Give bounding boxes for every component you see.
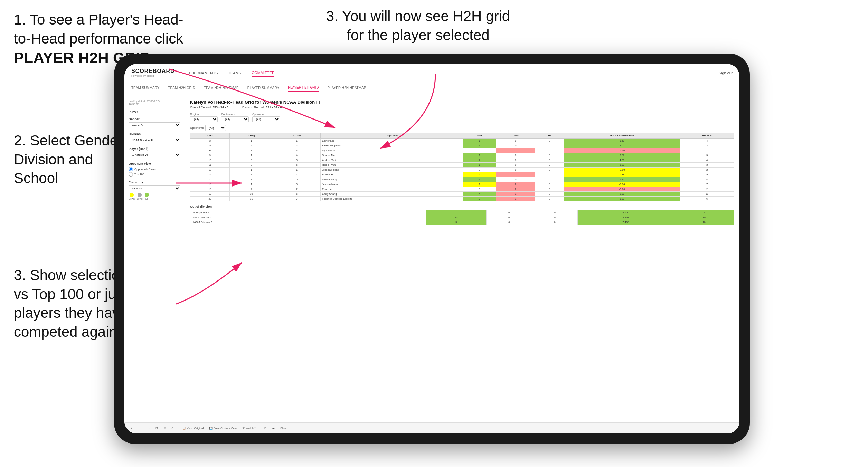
- radio-opponents-input[interactable]: [129, 167, 133, 171]
- cell-diff: -5.00: [564, 187, 680, 192]
- toolbar-share[interactable]: Share: [279, 426, 289, 430]
- colour-down: Down: [129, 193, 135, 200]
- sub-nav: TEAM SUMMARY TEAM H2H GRID TEAM H2H HEAT…: [124, 82, 739, 94]
- filter-opponent: Opponent (All): [252, 113, 280, 122]
- cell-reg: 2: [230, 187, 273, 192]
- filter-row: Region (All) Conference (All) Opponent: [190, 113, 734, 122]
- step3-bottom-line4: competed against: [14, 324, 129, 340]
- radio-top100-input[interactable]: [129, 172, 133, 177]
- out-diff: 4.500: [578, 210, 674, 215]
- main-content: Last Updated: 27/03/2024 16:55:38 Player…: [124, 94, 739, 433]
- cell-conf: 1: [273, 168, 320, 172]
- out-table-row: NAIA Division 1 15 0 0 9.267 30: [190, 215, 734, 220]
- cell-tie: 0: [535, 143, 564, 148]
- overall-record-value: 353 - 34 - 6: [213, 106, 228, 109]
- opponents-select[interactable]: (All): [205, 125, 226, 131]
- cell-win: 0: [463, 148, 496, 153]
- col-diff: Diff Av Strokes/Rnd: [564, 133, 680, 139]
- toolbar-export[interactable]: ⊡: [263, 426, 268, 430]
- radio-top100[interactable]: Top 100: [129, 172, 180, 177]
- cell-tie: 0: [535, 163, 564, 168]
- division-select[interactable]: NCAA Division III: [129, 137, 180, 143]
- toolbar-grid[interactable]: ⊞: [154, 426, 159, 430]
- nav-item-committee[interactable]: COMMITTEE: [252, 69, 274, 77]
- sidebar-division-section: Division NCAA Division III: [129, 132, 180, 143]
- nav-bar: SCOREBOARD Powered by clippd TOURNAMENTS…: [124, 64, 739, 82]
- toolbar-watch[interactable]: 👁 Watch ▾: [241, 426, 257, 430]
- out-table-row: Foreign Team 1 0 0 4.500 2: [190, 210, 734, 215]
- opponents-row: Opponents: (All): [190, 125, 734, 131]
- col-loss: Loss: [496, 133, 535, 139]
- nav-item-tournaments[interactable]: TOURNAMENTS: [189, 69, 218, 76]
- table-row: 5 2 2 Alexis Sudjianto 1 0 0 4.00 3: [190, 143, 734, 148]
- out-loss: 0: [486, 215, 532, 220]
- sub-nav-team-heatmap[interactable]: TEAM H2H HEATMAP: [204, 85, 239, 91]
- filter-opponent-select[interactable]: (All): [252, 116, 280, 122]
- sub-nav-team-summary[interactable]: TEAM SUMMARY: [131, 85, 160, 91]
- cell-opponent: Jessica Huang: [321, 168, 463, 172]
- filter-region-select[interactable]: (All): [190, 116, 218, 122]
- radio-opponents-played[interactable]: Opponents Played: [129, 167, 180, 171]
- colour-up-circle: [145, 193, 149, 197]
- cell-conf: 2: [273, 187, 320, 192]
- filter-region: Region (All): [190, 113, 218, 122]
- grid-area: Katelyn Vo Head-to-Head Grid for Women's…: [185, 94, 739, 433]
- sub-nav-player-summary[interactable]: PLAYER SUMMARY: [247, 85, 279, 91]
- toolbar-undo[interactable]: ↩: [130, 426, 135, 430]
- toolbar-circle[interactable]: ⊙: [170, 426, 175, 430]
- cell-loss: 0: [496, 139, 535, 143]
- cell-div: 11: [190, 163, 230, 168]
- opponents-label: Opponents:: [190, 126, 205, 130]
- colour-label: Colour by: [129, 181, 180, 184]
- cell-tie: 0: [535, 177, 564, 182]
- cell-win: 4: [463, 192, 496, 197]
- tablet-device: SCOREBOARD Powered by clippd TOURNAMENTS…: [114, 54, 750, 444]
- grid-records: Overall Record: 353 - 34 - 6 Division Re…: [190, 106, 734, 109]
- out-win: 15: [426, 215, 486, 220]
- table-row: 3 1 1 Esther Lee 1 0 0 1.50 4: [190, 139, 734, 143]
- cell-loss: 0: [496, 168, 535, 172]
- nav-item-teams[interactable]: TEAMS: [228, 69, 241, 76]
- cell-conf: 1: [273, 139, 320, 143]
- cell-div: 6: [190, 148, 230, 153]
- cell-opponent: Eunice Yi: [321, 172, 463, 177]
- player-rank-select[interactable]: 8. Katelyn Vo: [129, 152, 180, 158]
- toolbar-save-custom[interactable]: 💾 Save Custom View: [208, 426, 238, 430]
- filter-opponent-label: Opponent: [252, 113, 280, 116]
- out-table-row: NCAA Division 2 5 0 0 7.400 10: [190, 220, 734, 225]
- step3-bottom-line3: players they have: [14, 305, 128, 321]
- gender-label: Gender: [129, 117, 180, 121]
- out-label: NCAA Division 2: [190, 220, 426, 225]
- sidebar-gender-section: Gender Women's: [129, 117, 180, 128]
- toolbar-sep-2: [260, 426, 260, 431]
- cell-diff: -3.00: [564, 168, 680, 172]
- sidebar-opponent-section: Opponent view Opponents Played Top 100: [129, 162, 180, 177]
- sub-nav-player-h2h[interactable]: PLAYER H2H GRID: [288, 84, 319, 92]
- cell-div: 3: [190, 139, 230, 143]
- gender-select[interactable]: Women's: [129, 122, 180, 128]
- toolbar-forward[interactable]: →: [146, 426, 151, 430]
- toolbar-refresh[interactable]: ↺: [162, 426, 167, 430]
- toolbar-back[interactable]: ←: [138, 426, 143, 430]
- toolbar-swap[interactable]: ⇄: [271, 426, 276, 430]
- table-row: 20 11 7 Federica Domecq Lacroze 2 1 0 1.…: [190, 197, 734, 201]
- sub-nav-team-h2h[interactable]: TEAM H2H GRID: [168, 85, 195, 91]
- colour-select[interactable]: Win/loss: [129, 185, 180, 191]
- nav-sign-out[interactable]: Sign out: [719, 69, 733, 76]
- out-label: Foreign Team: [190, 210, 426, 215]
- cell-rounds: 3: [680, 163, 734, 168]
- cell-div: 18: [190, 187, 230, 192]
- cell-tie: 0: [535, 187, 564, 192]
- cell-div: 10: [190, 158, 230, 163]
- sub-nav-player-heatmap[interactable]: PLAYER H2H HEATMAP: [328, 85, 366, 91]
- cell-reg: 8: [230, 177, 273, 182]
- step3-top-line1: 3. You will now see H2H grid: [326, 8, 510, 24]
- out-win: 1: [426, 210, 486, 215]
- toolbar-view-original[interactable]: 📋 View: Original: [181, 426, 205, 430]
- cell-win: 1: [463, 163, 496, 168]
- filter-conference-select[interactable]: (All): [221, 116, 249, 122]
- sidebar-player-rank-section: Player (Rank) 8. Katelyn Vo: [129, 147, 180, 158]
- table-row: 13 1 1 Jessica Huang 0 0 0 -3.00 2: [190, 168, 734, 172]
- cell-win: 1: [463, 177, 496, 182]
- filter-conference-label: Conference: [221, 113, 249, 116]
